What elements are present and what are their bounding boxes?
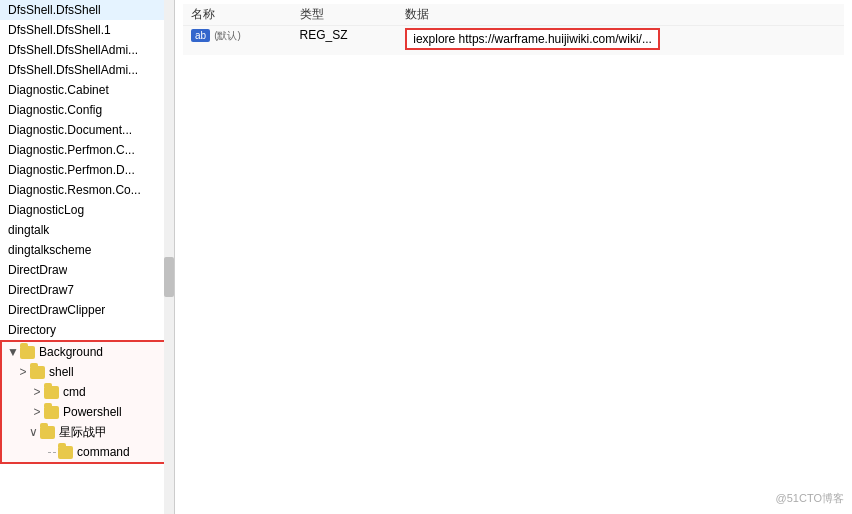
- tree-item-shell[interactable]: > shell: [2, 362, 172, 382]
- folder-icon-command: [58, 446, 73, 459]
- table-row[interactable]: ab(默认) REG_SZ iexplore https://warframe.…: [183, 26, 844, 56]
- ab-label: (默认): [214, 30, 241, 41]
- tree-item-dfsshell2[interactable]: DfsShell.DfsShell.1: [0, 20, 174, 40]
- tree-item-directdraw7[interactable]: DirectDraw7: [0, 280, 174, 300]
- tree-item-dingtalkscheme[interactable]: dingtalkscheme: [0, 240, 174, 260]
- tree-item-dfsshell4[interactable]: DfsShell.DfsShellAdmi...: [0, 60, 174, 80]
- tree-item-diagnostic1[interactable]: Diagnostic.Cabinet: [0, 80, 174, 100]
- tree-item-command[interactable]: command: [2, 442, 172, 462]
- tree-item-diagnostic2[interactable]: Diagnostic.Config: [0, 100, 174, 120]
- registry-table: 名称 类型 数据 ab(默认) REG_SZ iexplore https://…: [183, 4, 844, 55]
- toggle-powershell[interactable]: >: [30, 402, 44, 422]
- tree-connector: [48, 452, 56, 453]
- tree-item-diagnostic4[interactable]: Diagnostic.Perfmon.C...: [0, 140, 174, 160]
- tree-item-cmd[interactable]: > cmd: [2, 382, 172, 402]
- folder-icon-xingjizhangjia: [40, 426, 55, 439]
- tree-item-diagnostic5[interactable]: Diagnostic.Perfmon.D...: [0, 160, 174, 180]
- toggle-cmd[interactable]: >: [30, 382, 44, 402]
- toggle-shell[interactable]: >: [16, 362, 30, 382]
- scrollbar[interactable]: [164, 0, 174, 514]
- tree-item-diagnosticlog[interactable]: DiagnosticLog: [0, 200, 174, 220]
- watermark: @51CTO博客: [776, 491, 844, 506]
- highlighted-background-section: ▼ Background > shell > cmd > Powershell …: [0, 340, 174, 464]
- folder-icon-powershell: [44, 406, 59, 419]
- tree-item-diagnostic3[interactable]: Diagnostic.Document...: [0, 120, 174, 140]
- tree-item-powershell[interactable]: > Powershell: [2, 402, 172, 422]
- tree-item-dingtalk[interactable]: dingtalk: [0, 220, 174, 240]
- scrollbar-thumb[interactable]: [164, 257, 174, 297]
- col-header-type: 类型: [292, 4, 398, 26]
- right-content-panel: 名称 类型 数据 ab(默认) REG_SZ iexplore https://…: [175, 0, 852, 514]
- tree-item-directdrawclipper[interactable]: DirectDrawClipper: [0, 300, 174, 320]
- col-header-data: 数据: [397, 4, 844, 26]
- reg-type-cell: REG_SZ: [292, 26, 398, 56]
- col-header-name: 名称: [183, 4, 292, 26]
- url-value-box: iexplore https://warframe.huijiwiki.com/…: [405, 28, 660, 50]
- reg-data-cell: iexplore https://warframe.huijiwiki.com/…: [397, 26, 844, 56]
- tree-item-background[interactable]: ▼ Background: [2, 342, 172, 362]
- tree-item-dfsshell1[interactable]: DfsShell.DfsShell: [0, 0, 174, 20]
- tree-item-xingjizhangjia[interactable]: ∨ 星际战甲: [2, 422, 172, 442]
- folder-icon-cmd: [44, 386, 59, 399]
- tree-item-directdraw[interactable]: DirectDraw: [0, 260, 174, 280]
- toggle-background[interactable]: ▼: [6, 342, 20, 362]
- tree-item-diagnostic6[interactable]: Diagnostic.Resmon.Co...: [0, 180, 174, 200]
- folder-icon-background: [20, 346, 35, 359]
- tree-item-dfsshell3[interactable]: DfsShell.DfsShellAdmi...: [0, 40, 174, 60]
- tree-item-directory[interactable]: Directory: [0, 320, 174, 340]
- reg-name-cell: ab(默认): [183, 26, 292, 56]
- ab-badge: ab: [191, 29, 210, 42]
- folder-icon-shell: [30, 366, 45, 379]
- registry-tree: DfsShell.DfsShell DfsShell.DfsShell.1 Df…: [0, 0, 174, 340]
- left-tree-panel: DfsShell.DfsShell DfsShell.DfsShell.1 Df…: [0, 0, 175, 514]
- toggle-xingjizhangjia[interactable]: ∨: [26, 422, 40, 442]
- registry-values-area: 名称 类型 数据 ab(默认) REG_SZ iexplore https://…: [175, 0, 852, 59]
